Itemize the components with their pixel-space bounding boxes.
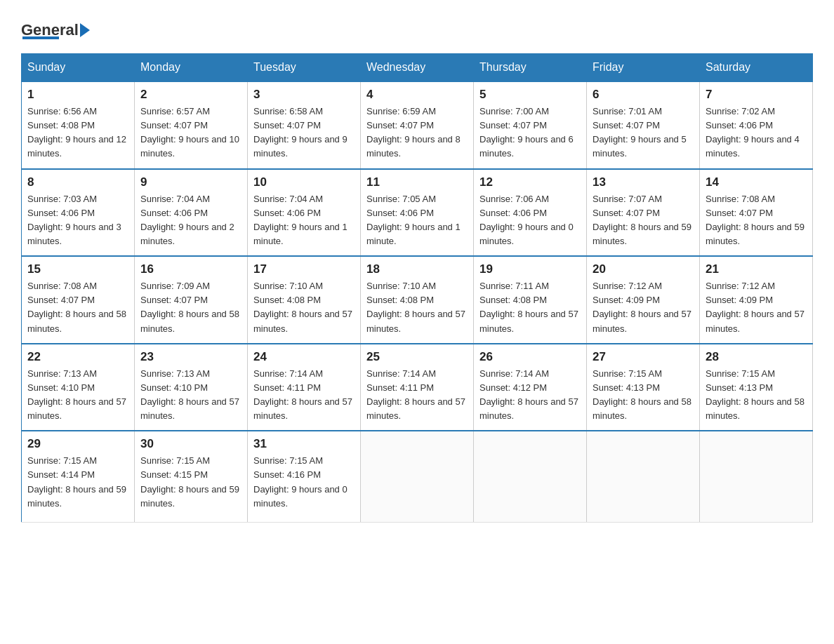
calendar-header: SundayMondayTuesdayWednesdayThursdayFrid… <box>22 54 813 82</box>
col-header-friday: Friday <box>587 54 700 82</box>
day-number: 10 <box>253 175 355 189</box>
day-number: 30 <box>140 437 241 451</box>
calendar-cell: 23Sunrise: 7:13 AMSunset: 4:10 PMDayligh… <box>135 344 248 431</box>
day-info: Sunrise: 7:12 AMSunset: 4:09 PMDaylight:… <box>706 279 807 336</box>
day-info: Sunrise: 7:00 AMSunset: 4:07 PMDaylight:… <box>479 105 581 161</box>
day-number: 5 <box>479 88 581 102</box>
logo-arrow-icon <box>80 23 90 37</box>
calendar-cell: 10Sunrise: 7:04 AMSunset: 4:06 PMDayligh… <box>248 169 361 257</box>
day-info: Sunrise: 7:04 AMSunset: 4:06 PMDaylight:… <box>140 192 241 249</box>
calendar-cell: 9Sunrise: 7:04 AMSunset: 4:06 PMDaylight… <box>135 169 248 257</box>
day-number: 9 <box>140 175 241 189</box>
calendar-cell: 24Sunrise: 7:14 AMSunset: 4:11 PMDayligh… <box>248 344 361 431</box>
calendar-cell: 4Sunrise: 6:59 AMSunset: 4:07 PMDaylight… <box>361 81 474 169</box>
day-number: 26 <box>479 350 581 364</box>
day-number: 4 <box>366 88 468 102</box>
calendar-cell: 17Sunrise: 7:10 AMSunset: 4:08 PMDayligh… <box>248 256 361 344</box>
day-info: Sunrise: 7:10 AMSunset: 4:08 PMDaylight:… <box>366 279 468 336</box>
calendar-body: 1Sunrise: 6:56 AMSunset: 4:08 PMDaylight… <box>22 81 813 522</box>
day-number: 16 <box>140 262 241 276</box>
day-info: Sunrise: 7:02 AMSunset: 4:06 PMDaylight:… <box>706 105 807 161</box>
calendar-cell: 20Sunrise: 7:12 AMSunset: 4:09 PMDayligh… <box>587 256 700 344</box>
day-number: 24 <box>253 350 355 364</box>
day-info: Sunrise: 7:08 AMSunset: 4:07 PMDaylight:… <box>27 279 128 336</box>
calendar-cell: 21Sunrise: 7:12 AMSunset: 4:09 PMDayligh… <box>700 256 813 344</box>
day-info: Sunrise: 7:15 AMSunset: 4:13 PMDaylight:… <box>593 367 694 424</box>
day-number: 31 <box>253 437 355 451</box>
calendar-cell <box>587 431 700 522</box>
calendar-cell: 19Sunrise: 7:11 AMSunset: 4:08 PMDayligh… <box>474 256 587 344</box>
day-info: Sunrise: 7:15 AMSunset: 4:16 PMDaylight:… <box>253 454 355 511</box>
header-row: SundayMondayTuesdayWednesdayThursdayFrid… <box>22 54 813 82</box>
day-number: 1 <box>27 88 128 102</box>
calendar-table: SundayMondayTuesdayWednesdayThursdayFrid… <box>21 53 813 523</box>
day-number: 3 <box>253 88 355 102</box>
day-info: Sunrise: 6:59 AMSunset: 4:07 PMDaylight:… <box>366 105 468 161</box>
calendar-cell: 12Sunrise: 7:06 AMSunset: 4:06 PMDayligh… <box>474 169 587 257</box>
day-info: Sunrise: 7:04 AMSunset: 4:06 PMDaylight:… <box>253 192 355 249</box>
day-number: 19 <box>479 262 581 276</box>
day-info: Sunrise: 7:14 AMSunset: 4:11 PMDaylight:… <box>366 367 468 424</box>
day-number: 28 <box>706 350 807 364</box>
day-info: Sunrise: 7:15 AMSunset: 4:14 PMDaylight:… <box>27 454 128 511</box>
day-number: 8 <box>27 175 128 189</box>
day-number: 12 <box>479 175 581 189</box>
calendar-cell: 11Sunrise: 7:05 AMSunset: 4:06 PMDayligh… <box>361 169 474 257</box>
logo-blue-row <box>22 36 62 39</box>
day-info: Sunrise: 7:13 AMSunset: 4:10 PMDaylight:… <box>140 367 241 424</box>
calendar-cell: 27Sunrise: 7:15 AMSunset: 4:13 PMDayligh… <box>587 344 700 431</box>
col-header-thursday: Thursday <box>474 54 587 82</box>
calendar-cell: 31Sunrise: 7:15 AMSunset: 4:16 PMDayligh… <box>248 431 361 522</box>
day-number: 18 <box>366 262 468 276</box>
calendar-cell: 14Sunrise: 7:08 AMSunset: 4:07 PMDayligh… <box>700 169 813 257</box>
calendar-row: 8Sunrise: 7:03 AMSunset: 4:06 PMDaylight… <box>22 169 813 257</box>
calendar-cell: 13Sunrise: 7:07 AMSunset: 4:07 PMDayligh… <box>587 169 700 257</box>
page-header: General <box>21 21 813 39</box>
day-number: 23 <box>140 350 241 364</box>
calendar-cell <box>361 431 474 522</box>
calendar-cell: 2Sunrise: 6:57 AMSunset: 4:07 PMDaylight… <box>135 81 248 169</box>
calendar-cell <box>700 431 813 522</box>
day-number: 25 <box>366 350 468 364</box>
calendar-cell: 3Sunrise: 6:58 AMSunset: 4:07 PMDaylight… <box>248 81 361 169</box>
day-info: Sunrise: 7:13 AMSunset: 4:10 PMDaylight:… <box>27 367 128 424</box>
day-info: Sunrise: 7:15 AMSunset: 4:13 PMDaylight:… <box>706 367 807 424</box>
day-info: Sunrise: 7:03 AMSunset: 4:06 PMDaylight:… <box>27 192 128 249</box>
calendar-cell: 7Sunrise: 7:02 AMSunset: 4:06 PMDaylight… <box>700 81 813 169</box>
day-number: 7 <box>706 88 807 102</box>
col-header-saturday: Saturday <box>700 54 813 82</box>
calendar-cell: 8Sunrise: 7:03 AMSunset: 4:06 PMDaylight… <box>22 169 135 257</box>
day-info: Sunrise: 7:11 AMSunset: 4:08 PMDaylight:… <box>479 279 581 336</box>
day-info: Sunrise: 7:09 AMSunset: 4:07 PMDaylight:… <box>140 279 241 336</box>
day-info: Sunrise: 7:12 AMSunset: 4:09 PMDaylight:… <box>593 279 694 336</box>
col-header-sunday: Sunday <box>22 54 135 82</box>
calendar-cell: 16Sunrise: 7:09 AMSunset: 4:07 PMDayligh… <box>135 256 248 344</box>
day-info: Sunrise: 7:05 AMSunset: 4:06 PMDaylight:… <box>366 192 468 249</box>
day-number: 17 <box>253 262 355 276</box>
calendar-cell: 1Sunrise: 6:56 AMSunset: 4:08 PMDaylight… <box>22 81 135 169</box>
day-number: 27 <box>593 350 694 364</box>
calendar-row: 1Sunrise: 6:56 AMSunset: 4:08 PMDaylight… <box>22 81 813 169</box>
calendar-row: 22Sunrise: 7:13 AMSunset: 4:10 PMDayligh… <box>22 344 813 431</box>
day-number: 2 <box>140 88 241 102</box>
day-info: Sunrise: 7:15 AMSunset: 4:15 PMDaylight:… <box>140 454 241 511</box>
logo-line <box>22 36 59 39</box>
day-number: 11 <box>366 175 468 189</box>
calendar-cell: 22Sunrise: 7:13 AMSunset: 4:10 PMDayligh… <box>22 344 135 431</box>
calendar-cell: 6Sunrise: 7:01 AMSunset: 4:07 PMDaylight… <box>587 81 700 169</box>
col-header-tuesday: Tuesday <box>248 54 361 82</box>
day-info: Sunrise: 7:14 AMSunset: 4:12 PMDaylight:… <box>479 367 581 424</box>
day-info: Sunrise: 6:56 AMSunset: 4:08 PMDaylight:… <box>27 105 128 161</box>
day-number: 13 <box>593 175 694 189</box>
day-info: Sunrise: 7:06 AMSunset: 4:06 PMDaylight:… <box>479 192 581 249</box>
day-number: 29 <box>27 437 128 451</box>
calendar-cell: 30Sunrise: 7:15 AMSunset: 4:15 PMDayligh… <box>135 431 248 522</box>
day-info: Sunrise: 6:58 AMSunset: 4:07 PMDaylight:… <box>253 105 355 161</box>
day-info: Sunrise: 6:57 AMSunset: 4:07 PMDaylight:… <box>140 105 241 161</box>
logo: General <box>21 21 90 39</box>
day-number: 22 <box>27 350 128 364</box>
day-info: Sunrise: 7:10 AMSunset: 4:08 PMDaylight:… <box>253 279 355 336</box>
calendar-cell: 29Sunrise: 7:15 AMSunset: 4:14 PMDayligh… <box>22 431 135 522</box>
calendar-cell: 25Sunrise: 7:14 AMSunset: 4:11 PMDayligh… <box>361 344 474 431</box>
day-info: Sunrise: 7:08 AMSunset: 4:07 PMDaylight:… <box>706 192 807 249</box>
